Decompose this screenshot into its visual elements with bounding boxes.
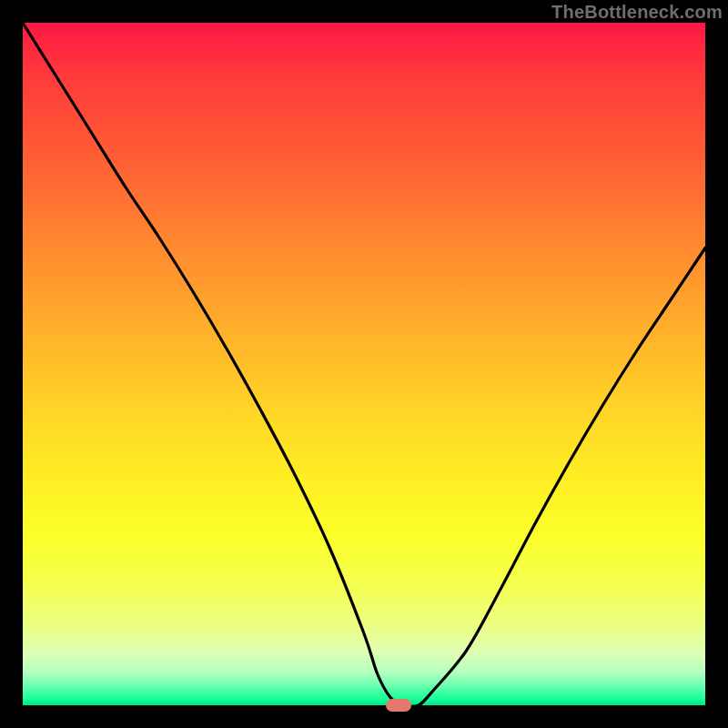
optimal-point-marker xyxy=(386,699,411,712)
bottleneck-curve xyxy=(23,23,705,705)
watermark-text: TheBottleneck.com xyxy=(551,2,723,23)
outer-frame: TheBottleneck.com xyxy=(0,0,728,728)
